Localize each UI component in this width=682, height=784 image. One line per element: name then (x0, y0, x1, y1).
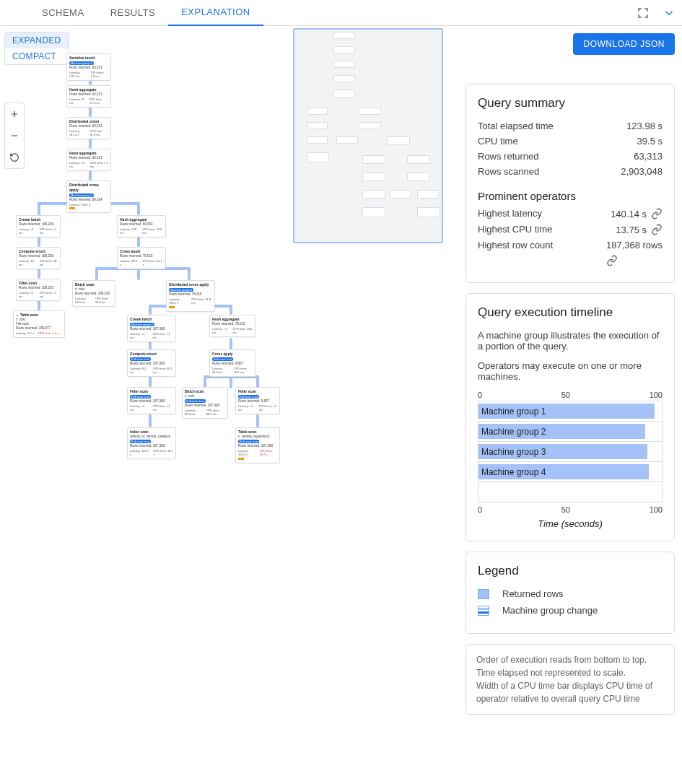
node-cross-apply-1[interactable]: Cross apply Rows returned: 78,015 Latenc… (117, 247, 166, 269)
plan-canvas[interactable]: Serialize result Machine group 1 Rows re… (0, 26, 458, 784)
timeline-card: Query execution timeline A machine group… (465, 293, 675, 541)
prominent-operators-title: Prominent operators (478, 190, 663, 202)
tab-explanation[interactable]: EXPLANATION (168, 0, 263, 26)
legend-swatch-returned-rows (478, 589, 489, 599)
download-json-button[interactable]: DOWNLOAD JSON (573, 33, 675, 55)
link-icon[interactable] (651, 208, 663, 219)
node-batch-scan-1[interactable]: Batch scan c: civic Rows returned: 189,2… (72, 280, 115, 307)
node-distributed-cross-apply-2[interactable]: Distributed cross apply Machine group 3 … (166, 280, 215, 312)
node-hash-aggregate-3[interactable]: Hash aggregate Rows returned: 89,053 Lat… (117, 215, 166, 238)
node-batch-scan-2[interactable]: Batch scan c: civic Full scan: true Rows… (182, 387, 228, 419)
timeline-row[interactable]: Machine group 1 (478, 401, 663, 422)
node-hash-aggregate-4[interactable]: Hash aggregate Rows returned: 78,015 Lat… (209, 315, 255, 337)
node-filter-scan-1[interactable]: Filter scan Rows returned: 183,233 Laten… (16, 279, 61, 301)
query-summary-title: Query summary (478, 96, 663, 110)
legend-title: Legend (478, 564, 663, 578)
timeline-row[interactable]: Machine group 4 (478, 462, 663, 482)
legend-swatch-machine-group-change (478, 606, 489, 616)
node-distributed-union[interactable]: Distributed union Rows returned: 63,313 … (66, 117, 111, 139)
timeline-rows: Machine group 1 Machine group 2 Machine … (478, 401, 663, 502)
node-hash-aggregate-2[interactable]: Hash aggregate Rows returned: 63,313 Lat… (66, 149, 111, 171)
node-create-batch-1[interactable]: Create batch Rows returned: 189,236 Late… (16, 215, 61, 238)
tab-results[interactable]: RESULTS (97, 0, 169, 26)
notes-card: Order of execution reads from bottom to … (465, 644, 675, 715)
tab-schema[interactable]: SCHEMA (29, 0, 97, 26)
chevron-down-icon[interactable] (660, 4, 678, 22)
fullscreen-icon[interactable] (634, 4, 652, 22)
timeline-row[interactable]: Machine group 3 (478, 442, 663, 462)
node-compute-struct-2[interactable]: Compute struct Full scan: true Rows retu… (127, 349, 176, 377)
node-distributed-cross-apply-1[interactable]: Distributed cross apply Machine group 2 … (66, 180, 111, 213)
node-index-scan[interactable]: Index scan vehicle_id: vehicle_category … (127, 427, 176, 459)
legend-card: Legend Returned rows Machine group chang… (465, 552, 675, 634)
node-compute-struct-1[interactable]: Compute struct Rows returned: 189,236 La… (16, 247, 61, 269)
query-summary-card: Query summary Total elapsed time123.98 s… (465, 84, 675, 283)
node-serialize-result[interactable]: Serialize result Machine group 1 Rows re… (66, 53, 111, 81)
node-create-batch-2[interactable]: Create batch Machine group 4 Rows return… (127, 315, 176, 342)
timeline-row[interactable]: Machine group 2 (478, 422, 663, 442)
timeline-title: Query execution timeline (478, 305, 663, 320)
link-icon[interactable] (606, 255, 618, 266)
node-filter-scan-3[interactable]: Filter scan Full scan: true Rows returne… (235, 387, 280, 414)
node-hash-aggregate-1[interactable]: Hash aggregate Rows returned: 63,313 Lat… (66, 85, 111, 108)
timeline-row (478, 482, 663, 502)
node-table-scan-2[interactable]: Table scan c: vehicle_registration Full … (235, 427, 280, 463)
node-cross-apply-2[interactable]: Cross apply Full scan: true Rows returne… (209, 349, 255, 377)
node-table-scan-1[interactable]: ▲ Table scan c: civic Full scan Rows ret… (13, 310, 65, 338)
node-filter-scan-2[interactable]: Filter scan Full scan: true Rows returne… (127, 387, 176, 414)
link-icon[interactable] (651, 224, 663, 235)
